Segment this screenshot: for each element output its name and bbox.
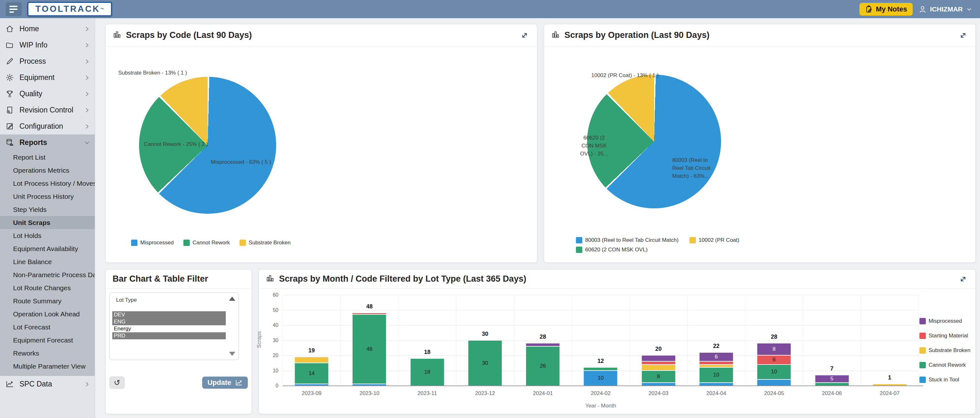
sidebar-subitem-lot-process-history-moves[interactable]: Lot Process History / Moves [0, 177, 95, 190]
reset-filter-button[interactable]: ↺ [110, 377, 125, 389]
sidebar-subitem-equipment-availability[interactable]: Equipment Availability [0, 242, 95, 255]
bar-segment-misprocessed: 6 [699, 353, 733, 362]
sidebar-item-equipment[interactable]: Equipment [0, 70, 95, 86]
lot-type-option-prd[interactable]: PRD [112, 332, 226, 339]
chevron-right-icon [84, 91, 90, 97]
legend-label: Cannot Rework [929, 362, 966, 368]
legend-item-starting-material[interactable]: Starting Material [920, 332, 970, 339]
sidebar-item-configuration[interactable]: Configuration [0, 118, 95, 135]
sidebar-item-label: Equipment [19, 73, 78, 82]
legend-label: 80003 (Reel to Reel Tab Circuit Match) [585, 237, 679, 244]
legend-item-cannot-rework[interactable]: Cannot Rework [920, 362, 970, 368]
database-chart-icon [5, 138, 14, 147]
user-menu[interactable]: ICHIZMAR [918, 5, 974, 13]
legend-label: Stuck in Tool [929, 377, 959, 383]
sidebar-subitem-operation-look-ahead[interactable]: Operation Look Ahead [0, 307, 95, 320]
sidebar-item-label: Revision Control [19, 106, 78, 114]
lot-type-option-energy[interactable]: Energy [112, 325, 226, 332]
my-notes-label: My Notes [876, 5, 907, 13]
sidebar-subitem-report-list[interactable]: Report List [0, 151, 95, 164]
expand-icon[interactable] [958, 274, 969, 285]
legend-item-80003-reel-to-reel-tab-circuit-match[interactable]: 80003 (Reel to Reel Tab Circuit Match) [576, 237, 679, 244]
bar-segment-starting-material: 6 [757, 356, 791, 365]
expand-icon[interactable] [519, 30, 530, 41]
chevron-right-icon [84, 107, 90, 113]
update-label: Update [207, 378, 231, 387]
legend-item-stuck-in-tool[interactable]: Stuck in Tool [920, 377, 970, 383]
sidebar-item-wip-info[interactable]: WIP Info [0, 37, 95, 53]
legend-item-misprocessed[interactable]: Misprocessed [920, 318, 970, 325]
sidebar-item-spc-data[interactable]: SPC Data [0, 376, 95, 392]
sidebar-subitem-unit-process-history[interactable]: Unit Process History [0, 190, 95, 203]
expand-icon[interactable] [958, 30, 969, 41]
my-notes-button[interactable]: My Notes [859, 3, 913, 16]
pie-chart-area: 80003 (Reel toReel Tab CircuitMatch) - 6… [544, 46, 975, 263]
sidebar-subitem-step-yields[interactable]: Step Yields [0, 203, 95, 216]
sidebar-item-quality[interactable]: Quality [0, 86, 95, 102]
legend-item-cannot-rework[interactable]: Cannot Rework [183, 239, 230, 246]
sidebar-item-revision-control[interactable]: Revision Control [0, 102, 95, 118]
legend-item-substrate-broken[interactable]: Substrate Broken [240, 239, 291, 246]
bar-slot-2024-01: 26282024-01 [514, 295, 571, 386]
sidebar-item-label: Process [19, 57, 78, 66]
filter-body: Lot Type DEVENGEnergyPRD ↺ Update [105, 289, 251, 414]
sidebar-subitem-route-summary[interactable]: Route Summary [0, 294, 95, 307]
bar-segment-cannot-rework: 46 [353, 315, 386, 385]
sidebar-subitem-equipment-forecast[interactable]: Equipment Forecast [0, 334, 95, 347]
bar-plot: 14192023-0946482023-1018182023-113030202… [283, 295, 919, 386]
y-tick-label: 60 [273, 292, 278, 298]
sidebar-subitem-lot-forecast[interactable]: Lot Forecast [0, 320, 95, 334]
legend-item-10002-pr-coat[interactable]: 10002 (PR Coat) [689, 237, 740, 244]
chevron-right-icon [84, 381, 90, 388]
stacked-bar-2024-02: 10 [584, 368, 617, 386]
legend-item-misprocessed[interactable]: Misprocessed [131, 239, 174, 246]
sidebar-item-label: Home [19, 25, 78, 33]
sidebar-item-label: Configuration [19, 122, 78, 131]
lot-type-option-eng[interactable]: ENG [112, 318, 226, 325]
x-tick-label: 2024-02 [572, 390, 629, 397]
chevron-down-icon [84, 139, 90, 146]
trophy-icon [5, 90, 14, 98]
bar-segment-stuck-in-tool: 10 [584, 371, 617, 386]
legend-item-60620-2-con-msk-ovl[interactable]: 60620 (2 CON MSK OVL) [576, 247, 648, 253]
x-tick-label: 2024-04 [687, 390, 745, 397]
sidebar-subitem-reworks[interactable]: Reworks [0, 347, 95, 360]
sidebar-subitem-multiple-parameter-view[interactable]: Multiple Parameter View [0, 360, 95, 373]
legend-label: 60620 (2 CON MSK OVL) [585, 247, 648, 253]
bar-slot-2024-03: 8202024-03 [630, 295, 687, 386]
sidebar-subitem-line-balance[interactable]: Line Balance [0, 255, 95, 268]
pie-slice-label-80003-reel-to-reel-tab-circuit-match: 80003 (Reel toReel Tab CircuitMatch) - 6… [672, 156, 731, 180]
bar-total-label: 28 [771, 334, 777, 340]
legend-label: Starting Material [929, 332, 968, 339]
sidebar-item-home[interactable]: Home [0, 21, 95, 37]
sidebar-subitem-non-parametric-process-data[interactable]: Non-Parametric Process Data [0, 268, 95, 281]
chevron-right-icon [84, 74, 90, 81]
y-tick-label: 20 [273, 353, 278, 358]
menu-toggle-button[interactable] [6, 2, 22, 16]
sidebar-subitem-unit-scraps[interactable]: Unit Scraps [0, 216, 95, 229]
sidebar-group-reports: ReportsReport ListOperations MetricsLot … [0, 135, 95, 376]
sidebar-subitem-lot-route-changes[interactable]: Lot Route Changes [0, 281, 95, 294]
scroll-up-arrow-icon[interactable] [229, 297, 235, 301]
pie-slice-label-10002-pr-coat: 10002 (PR Coat) - 13% ( 1 ) [591, 71, 659, 79]
document-edit-icon [5, 122, 14, 131]
lot-type-option-dev[interactable]: DEV [112, 311, 226, 318]
lot-type-listbox[interactable]: Lot Type DEVENGEnergyPRD [110, 293, 239, 360]
legend-swatch [131, 239, 137, 246]
sidebar-item-process[interactable]: Process [0, 53, 95, 70]
sidebar-item-reports[interactable]: Reports [0, 135, 95, 151]
sidebar-subitem-operations-metrics[interactable]: Operations Metrics [0, 164, 95, 177]
line-chart-icon [5, 380, 14, 388]
notes-clipboard-icon [865, 5, 873, 13]
x-axis-title: Year - Month [283, 403, 919, 409]
sidebar-subitem-lot-holds[interactable]: Lot Holds [0, 229, 95, 242]
update-button[interactable]: Update [202, 377, 248, 389]
scroll-down-arrow-icon[interactable] [229, 352, 235, 356]
bar-segment-misprocessed [642, 356, 675, 362]
stacked-bar-2023-10: 46 [353, 313, 386, 386]
stacked-bar-2023-12: 30 [468, 340, 502, 386]
x-tick-label: 2023-12 [457, 390, 514, 397]
legend-item-substrate-broken[interactable]: Substrate Broken [920, 347, 970, 354]
x-tick-label: 2023-11 [399, 390, 456, 397]
bar-slot-2023-11: 18182023-11 [398, 295, 456, 386]
